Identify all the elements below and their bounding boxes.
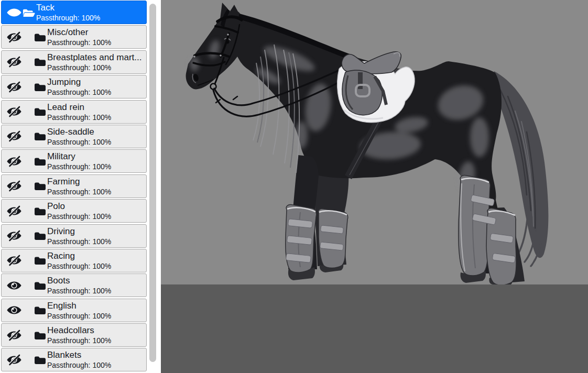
layer-row[interactable]: Misc/other Passthrough: 100%: [1, 25, 147, 49]
layer-info: Passthrough: 100%: [47, 237, 145, 247]
layer-name: Farming: [47, 176, 145, 187]
folder-closed-icon: [34, 280, 47, 291]
layer-row[interactable]: Blankets Passthrough: 100%: [1, 348, 147, 371]
eye-slash-icon: [6, 130, 22, 142]
layer-info: Passthrough: 100%: [47, 137, 145, 147]
layer-row[interactable]: Side-saddle Passthrough: 100%: [1, 125, 147, 148]
layer-info: Passthrough: 100%: [47, 286, 145, 296]
folder-open-icon: [22, 7, 35, 18]
layer-texts: Misc/other Passthrough: 100%: [47, 27, 145, 48]
layer-name: Blankets: [47, 349, 145, 360]
layer-texts: Jumping Passthrough: 100%: [47, 76, 145, 97]
layer-row[interactable]: Lead rein Passthrough: 100%: [1, 100, 147, 124]
layer-name: Lead rein: [47, 102, 145, 113]
folder-closed-icon: [34, 82, 47, 92]
layer-row[interactable]: Driving Passthrough: 100%: [1, 224, 147, 248]
visibility-toggle[interactable]: [6, 279, 22, 292]
eye-slash-icon: [6, 205, 22, 217]
visibility-toggle[interactable]: [6, 254, 22, 267]
visibility-toggle[interactable]: [6, 105, 22, 118]
folder-closed-icon: [34, 305, 47, 315]
layer-row[interactable]: Tack Passthrough: 100%: [1, 1, 147, 24]
folder-icon: [34, 57, 47, 67]
eye-slash-icon: [6, 155, 22, 168]
layer-info: Passthrough: 100%: [47, 212, 145, 222]
folder-icon: [34, 255, 47, 266]
canvas-pasteboard[interactable]: [161, 0, 588, 373]
layer-info: Passthrough: 100%: [47, 87, 145, 97]
eye-icon: [6, 6, 22, 19]
layer-row[interactable]: Racing Passthrough: 100%: [1, 249, 147, 272]
visibility-toggle[interactable]: [6, 130, 22, 142]
layer-row[interactable]: Boots Passthrough: 100%: [1, 273, 147, 297]
layer-row[interactable]: Jumping Passthrough: 100%: [1, 75, 147, 98]
layer-texts: Racing Passthrough: 100%: [47, 250, 145, 271]
app-root: Tack Passthrough: 100%: [0, 0, 588, 373]
layer-info: Passthrough: 100%: [47, 187, 145, 197]
layer-name: Side-saddle: [47, 126, 145, 137]
layer-name: English: [47, 300, 145, 311]
scrollbar-thumb[interactable]: [149, 4, 156, 362]
layer-texts: English Passthrough: 100%: [47, 300, 145, 321]
layer-texts: Tack Passthrough: 100%: [36, 2, 145, 23]
visibility-toggle[interactable]: [6, 56, 22, 68]
folder-icon: [34, 231, 47, 241]
folder-closed-icon: [34, 330, 47, 341]
layer-row[interactable]: Polo Passthrough: 100%: [1, 199, 147, 223]
layer-name: Racing: [47, 250, 145, 261]
layer-info: Passthrough: 100%: [47, 311, 145, 321]
layer-name: Headcollars: [47, 325, 145, 336]
layer-name: Tack: [36, 2, 145, 13]
folder-closed-icon: [34, 156, 47, 167]
layer-row[interactable]: Military Passthrough: 100%: [1, 149, 147, 173]
scrollbar-track[interactable]: [148, 0, 161, 373]
folder-icon: [34, 106, 47, 117]
layer-texts: Military Passthrough: 100%: [47, 151, 145, 172]
eye-slash-icon: [6, 329, 22, 342]
folder-icon: [34, 355, 47, 365]
visibility-toggle[interactable]: [6, 81, 22, 93]
layer-name: Boots: [47, 275, 145, 286]
visibility-toggle[interactable]: [6, 229, 22, 242]
folder-closed-icon: [34, 181, 47, 191]
layer-name: Breastplates and mart...: [47, 52, 145, 63]
visibility-toggle[interactable]: [6, 6, 22, 19]
layer-row[interactable]: Farming Passthrough: 100%: [1, 174, 147, 198]
folder-closed-icon: [34, 231, 47, 241]
layer-info: Passthrough: 100%: [47, 63, 145, 73]
visibility-toggle[interactable]: [6, 31, 22, 43]
folder-icon: [34, 280, 47, 291]
eye-icon: [6, 304, 22, 316]
folder-closed-icon: [34, 131, 47, 141]
folder-icon: [34, 206, 47, 216]
folder-closed-icon: [34, 206, 47, 216]
eye-icon: [6, 279, 22, 292]
folder-closed-icon: [34, 255, 47, 266]
layer-texts: Polo Passthrough: 100%: [47, 201, 145, 222]
eye-slash-icon: [6, 254, 22, 267]
visibility-toggle[interactable]: [6, 304, 22, 316]
visibility-toggle[interactable]: [6, 180, 22, 192]
folder-icon: [34, 131, 47, 141]
layer-name: Military: [47, 151, 145, 162]
folder-icon: [34, 330, 47, 341]
layer-row[interactable]: Breastplates and mart... Passthrough: 10…: [1, 50, 147, 74]
artboard[interactable]: [161, 0, 588, 284]
visibility-toggle[interactable]: [6, 205, 22, 217]
visibility-toggle[interactable]: [6, 354, 22, 366]
layer-row[interactable]: Headcollars Passthrough: 100%: [1, 323, 147, 347]
folder-icon: [34, 305, 47, 315]
layer-name: Misc/other: [47, 27, 145, 38]
eye-slash-icon: [6, 81, 22, 93]
layer-texts: Breastplates and mart... Passthrough: 10…: [47, 52, 145, 73]
layer-texts: Side-saddle Passthrough: 100%: [47, 126, 145, 147]
layer-row[interactable]: English Passthrough: 100%: [1, 299, 147, 322]
layer-texts: Lead rein Passthrough: 100%: [47, 102, 145, 123]
eye-slash-icon: [6, 31, 22, 43]
eye-slash-icon: [6, 56, 22, 68]
layer-texts: Boots Passthrough: 100%: [47, 275, 145, 296]
visibility-toggle[interactable]: [6, 155, 22, 168]
folder-icon: [34, 156, 47, 167]
eye-slash-icon: [6, 180, 22, 192]
visibility-toggle[interactable]: [6, 329, 22, 342]
